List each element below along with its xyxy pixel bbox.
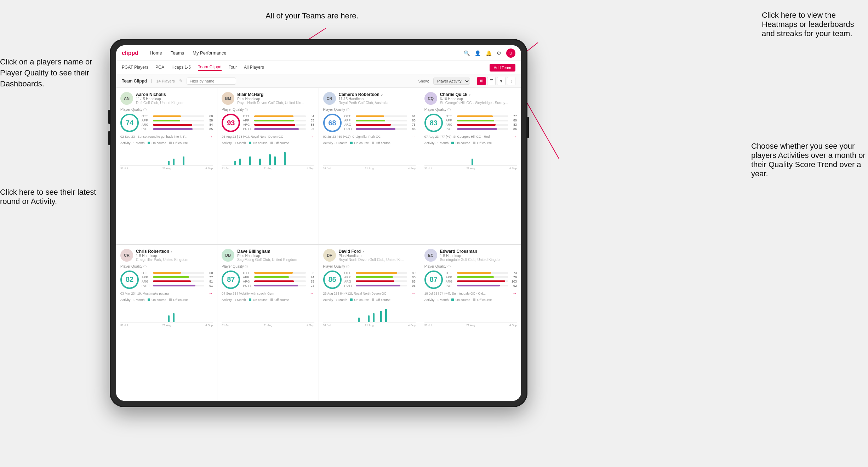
subnav-pga[interactable]: PGA (155, 65, 164, 70)
activity-header: Activity · 1 Month On course Off course (222, 298, 314, 302)
bell-icon[interactable]: 🔔 (486, 50, 492, 56)
stat-bar-app-container (254, 120, 305, 121)
player-avatar[interactable]: BM (222, 92, 234, 105)
player-name[interactable]: Cameron Robertson ✓ (339, 92, 416, 97)
stat-row-ott: OTT 77 (446, 114, 517, 118)
player-name[interactable]: Edward Crossman (440, 249, 517, 254)
on-course-text: On course (354, 141, 369, 145)
player-name[interactable]: Aaron Nicholls (136, 92, 213, 97)
player-avatar[interactable]: DB (222, 249, 234, 262)
stat-label-ott: OTT (243, 114, 253, 118)
stat-bar-arg-container (457, 280, 508, 282)
player-card[interactable]: BM Blair McHarg Plus Handicap Royal Nort… (217, 88, 318, 244)
player-card[interactable]: DF David Ford ✓ Plus Handicap Royal Nort… (319, 245, 420, 401)
player-card[interactable]: CR Cameron Robertson ✓ 11-15 Handicap Ro… (319, 88, 420, 244)
quality-circle[interactable]: 83 (424, 114, 443, 132)
quality-circle[interactable]: 87 (424, 270, 443, 289)
latest-round-text: 04 Sep 23 | Mobility with coach, Gym (222, 292, 274, 295)
latest-round[interactable]: 07 Aug 23 | 77 (+7), St George's Hill GC… (424, 134, 517, 139)
stat-bar-arg-container (254, 280, 305, 282)
off-course-dot (270, 142, 273, 144)
stat-row-app: APP 79 (446, 275, 517, 279)
edit-icon[interactable]: ✎ (179, 79, 182, 83)
round-arrow-icon[interactable]: → (411, 134, 416, 139)
filter-button[interactable]: ▼ (497, 77, 506, 85)
nav-teams[interactable]: Teams (171, 50, 184, 56)
player-avatar[interactable]: DF (323, 249, 336, 262)
filter-input[interactable] (187, 78, 236, 85)
player-name[interactable]: Chris Robertson ✓ (136, 249, 213, 254)
round-arrow-icon[interactable]: → (209, 134, 213, 139)
round-arrow-icon[interactable]: → (513, 134, 517, 139)
round-arrow-icon[interactable]: → (209, 291, 213, 296)
stat-bar-ott (457, 272, 491, 274)
player-card[interactable]: DB Dave Billingham Plus Handicap Sag Mai… (217, 245, 318, 401)
settings-icon[interactable]: ⚙ (497, 50, 501, 56)
round-arrow-icon[interactable]: → (310, 134, 314, 139)
user-icon[interactable]: 👤 (475, 50, 481, 56)
search-icon[interactable]: 🔍 (464, 50, 470, 56)
on-course-dot (451, 298, 454, 301)
quality-circle[interactable]: 74 (120, 114, 139, 132)
quality-circle[interactable]: 87 (222, 270, 240, 289)
subnav-hcaps[interactable]: Hcaps 1-5 (171, 65, 191, 70)
player-card[interactable]: CR Chris Robertson ✓ 1-5 Handicap Craigm… (116, 245, 217, 401)
player-avatar[interactable]: AN (120, 92, 133, 105)
player-avatar[interactable]: CQ (424, 92, 437, 105)
latest-round-text: 03 Mar 23 | 19, Must make putting (120, 292, 169, 295)
quality-circle[interactable]: 82 (120, 270, 139, 289)
subnav-pgat[interactable]: PGAT Players (122, 65, 148, 70)
on-course-text: On course (456, 298, 470, 302)
add-team-button[interactable]: Add Team (490, 64, 515, 72)
subnav-all-players[interactable]: All Players (244, 65, 264, 70)
avatar[interactable]: U (506, 49, 515, 58)
quality-circle[interactable]: 85 (323, 270, 342, 289)
latest-round[interactable]: 26 Aug 23 | 73 (+1), Royal North Devon G… (222, 134, 314, 139)
subnav-team-clippd[interactable]: Team Clippd (198, 64, 222, 71)
latest-round[interactable]: 18 Jul 23 | 74 (+4), Sunningdale GC - Ol… (424, 291, 517, 296)
round-arrow-icon[interactable]: → (411, 291, 416, 296)
nav-my-performance[interactable]: My Performance (193, 50, 226, 56)
player-name[interactable]: David Ford ✓ (339, 249, 416, 254)
player-info: Charlie Quick ✓ 6-10 Handicap St. George… (440, 92, 517, 105)
quality-label: Player Quality ⓘ (120, 108, 213, 112)
stat-bar-arg (457, 280, 505, 282)
show-select[interactable]: Player Activity (433, 78, 470, 85)
latest-round[interactable]: 02 Sep 23 | Sunset round to get back int… (120, 134, 213, 139)
stats-container: OTT 77 APP 80 ARG (446, 114, 517, 131)
stat-row-arg: ARG 88 (243, 123, 314, 126)
activity-label: Activity · 1 Month (424, 141, 449, 145)
chart-label-start: 31 Jul (222, 324, 229, 327)
quality-circle[interactable]: 93 (222, 114, 240, 132)
stat-bar-app (356, 276, 393, 278)
quality-circle[interactable]: 68 (323, 114, 342, 132)
stat-value-putt: 91 (206, 284, 213, 287)
round-arrow-icon[interactable]: → (310, 291, 314, 296)
player-name[interactable]: Blair McHarg (237, 92, 314, 97)
subnav-tour[interactable]: Tour (229, 65, 237, 70)
player-avatar[interactable]: CR (323, 92, 336, 105)
stat-row-arg: ARG 83 (344, 280, 416, 283)
latest-round[interactable]: 26 Aug 23 | 84 (+12), Royal North Devon … (323, 291, 416, 296)
quality-label: Player Quality ⓘ (424, 108, 517, 112)
grid-view-button[interactable]: ⊞ (477, 77, 486, 85)
player-name[interactable]: Dave Billingham (237, 249, 314, 254)
player-avatar[interactable]: CR (120, 249, 133, 262)
list-view-button[interactable]: ☰ (487, 77, 496, 85)
sort-button[interactable]: ↕ (507, 77, 515, 85)
player-name[interactable]: Charlie Quick ✓ (440, 92, 517, 97)
player-card[interactable]: AN Aaron Nicholls 11-15 Handicap Drift G… (116, 88, 217, 244)
player-avatar[interactable]: EC (424, 249, 437, 262)
player-club: Royal Perth Golf Club, Australia (339, 101, 416, 105)
round-arrow-icon[interactable]: → (513, 291, 517, 296)
player-card[interactable]: CQ Charlie Quick ✓ 6-10 Handicap St. Geo… (420, 88, 521, 244)
latest-round[interactable]: 04 Sep 23 | Mobility with coach, Gym → (222, 291, 314, 296)
nav-home[interactable]: Home (150, 50, 162, 56)
latest-round[interactable]: 03 Mar 23 | 19, Must make putting → (120, 291, 213, 296)
latest-round[interactable]: 02 Jul 23 | 59 (+17), Craigmillar Park G… (323, 134, 416, 139)
logo: clippd (122, 50, 138, 56)
stat-row-arg: ARG 85 (243, 280, 314, 283)
stat-value-putt: 92 (510, 284, 517, 287)
off-course-legend: Off course (270, 141, 289, 145)
player-card[interactable]: EC Edward Crossman 1-5 Handicap Sunningd… (420, 245, 521, 401)
